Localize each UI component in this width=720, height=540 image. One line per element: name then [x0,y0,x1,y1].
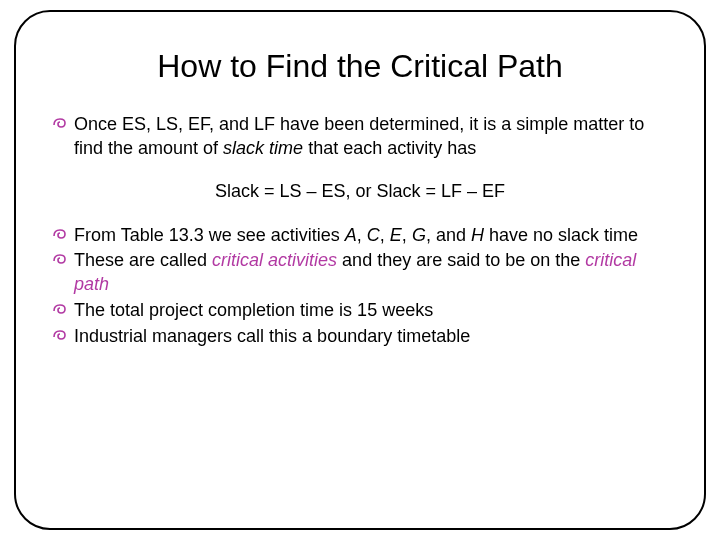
slide-title: How to Find the Critical Path [52,48,668,85]
bullet-2-c1: , [357,225,367,245]
slide-frame: How to Find the Critical Path Once ES, L… [14,10,706,530]
bullet-2-pre: From Table 13.3 we see activities [74,225,345,245]
bullet-2-h: H [471,225,484,245]
bullet-list-2: From Table 13.3 we see activities A, C, … [52,224,668,349]
bullet-2-c4: , and [426,225,471,245]
bullet-3-mid: and they are said to be on the [337,250,585,270]
bullet-item-5: Industrial managers call this a boundary… [52,325,668,349]
bullet-2-c: C [367,225,380,245]
bullet-2-c3: , [402,225,412,245]
slack-formula: Slack = LS – ES, or Slack = LF – EF [52,181,668,202]
bullet-list: Once ES, LS, EF, and LF have been determ… [52,113,668,161]
bullet-item-1: Once ES, LS, EF, and LF have been determ… [52,113,668,161]
bullet-item-4: The total project completion time is 15 … [52,299,668,323]
bullet-2-e: E [390,225,402,245]
swirl-icon [52,226,68,242]
bullet-4-text: The total project completion time is 15 … [74,300,433,320]
swirl-icon [52,251,68,267]
swirl-icon [52,301,68,317]
bullet-1-post: that each activity has [303,138,476,158]
swirl-icon [52,327,68,343]
bullet-3-em1: critical activities [212,250,337,270]
swirl-icon [52,115,68,131]
bullet-2-g: G [412,225,426,245]
bullet-5-text: Industrial managers call this a boundary… [74,326,470,346]
bullet-2-c2: , [380,225,390,245]
bullet-item-2: From Table 13.3 we see activities A, C, … [52,224,668,248]
bullet-2-post: have no slack time [484,225,638,245]
bullet-1-em: slack time [223,138,303,158]
bullet-3-pre: These are called [74,250,212,270]
bullet-item-3: These are called critical activities and… [52,249,668,297]
bullet-2-a: A [345,225,357,245]
